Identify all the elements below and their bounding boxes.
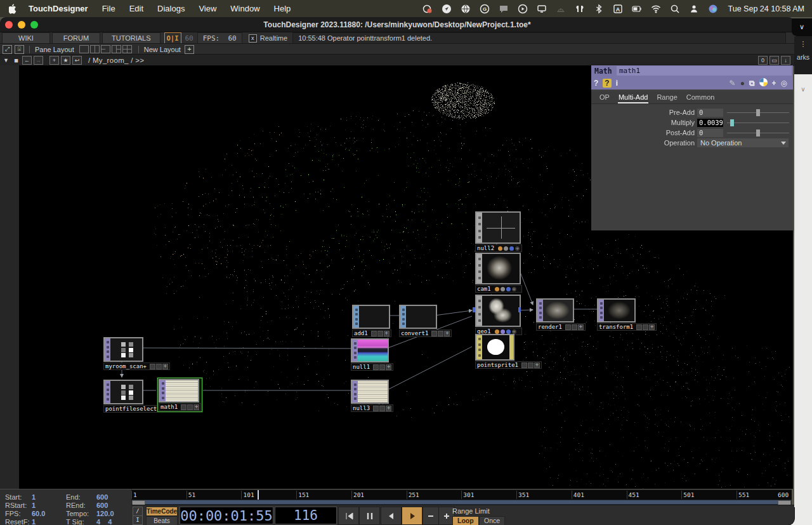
node-label-buttons[interactable]: +	[494, 329, 516, 334]
node-label-buttons[interactable]: +	[370, 331, 390, 336]
node-label-buttons[interactable]: +	[494, 287, 516, 291]
menu-item-window[interactable]: Window	[230, 4, 259, 13]
add-layout-button[interactable]: +	[185, 45, 194, 54]
node-label-null3[interactable]: null3+	[351, 404, 393, 412]
menubar-clock[interactable]: Tue Sep 24 10:58 AM	[728, 4, 804, 13]
param-value-field[interactable]: 0	[697, 109, 723, 117]
g-app-icon[interactable]: G	[480, 4, 490, 14]
loop-button[interactable]: Loop	[452, 516, 479, 525]
field-value[interactable]: 4 4	[96, 518, 112, 525]
info-icon[interactable]: i	[616, 79, 618, 88]
param-value-field[interactable]: 0	[697, 129, 723, 137]
display-icon[interactable]	[537, 4, 547, 14]
node-cam1[interactable]: cam1+	[475, 253, 522, 293]
node-label-buttons[interactable]: +	[565, 324, 584, 330]
beats-mode-button[interactable]: Beats	[146, 516, 178, 525]
node-connector[interactable]	[473, 307, 475, 312]
node-myroom_scan[interactable]: myroom_scan++	[103, 337, 170, 370]
node-geo1[interactable]: geo1+	[475, 295, 522, 335]
toolbar-link-tutorials[interactable]: TUTORIALS	[102, 32, 160, 44]
play-forward-button[interactable]	[402, 507, 422, 525]
comment-edit-icon[interactable]: ✎	[730, 79, 736, 88]
node-label-add1[interactable]: add1+	[352, 329, 391, 337]
node-label-buttons[interactable]: +	[497, 246, 520, 251]
node-label-buttons[interactable]: +	[372, 406, 391, 411]
kebab-menu-icon[interactable]: ⋮	[794, 40, 812, 48]
tab-range[interactable]: Range	[656, 92, 678, 103]
tab-multi-add[interactable]: Multi-Add	[618, 92, 648, 103]
siri-icon[interactable]	[708, 4, 719, 14]
add-bookmark-icon[interactable]: +	[49, 56, 59, 65]
node-label-null1[interactable]: null1+	[351, 363, 393, 371]
spotlight-search-icon[interactable]	[670, 4, 681, 14]
node-convert1[interactable]: convert1+	[399, 305, 452, 337]
screen-record-icon[interactable]	[422, 4, 433, 14]
input-source-icon[interactable]: A	[613, 4, 624, 14]
chat-bubble-icon[interactable]	[499, 4, 509, 14]
maximize-pane-icon[interactable]: ⤢	[3, 45, 12, 54]
timeline-playhead[interactable]	[258, 490, 259, 500]
star-bookmark-icon[interactable]: ★	[61, 56, 70, 65]
menu-app-name[interactable]: TouchDesigner	[29, 4, 88, 13]
layout-preset-4[interactable]	[112, 45, 121, 53]
layout-preset-2[interactable]	[90, 45, 100, 53]
node-null1[interactable]: null1+	[351, 338, 393, 371]
frame-display[interactable]: 116	[275, 507, 337, 524]
param-slider[interactable]	[727, 129, 789, 137]
node-label-pointsprite1[interactable]: pointsprite1+	[475, 361, 542, 369]
integer-button[interactable]: I	[133, 515, 143, 525]
realtime-checkbox[interactable]: x	[249, 34, 257, 43]
navigation-icon[interactable]	[442, 4, 452, 14]
node-label-render1[interactable]: render1+	[536, 323, 586, 331]
menu-item-dialogs[interactable]: Dialogs	[157, 4, 185, 13]
node-label-buttons[interactable]: +	[521, 362, 540, 368]
field-value[interactable]: 600	[96, 502, 108, 509]
once-button[interactable]: Once	[479, 516, 505, 525]
menu-item-view[interactable]: View	[199, 4, 216, 13]
dock-pane-icon[interactable]: ⍗	[15, 45, 24, 54]
timecode-display[interactable]: 00:00:01:55	[180, 507, 273, 524]
apple-menu-icon[interactable]	[9, 4, 17, 14]
field-value[interactable]: 1	[32, 502, 36, 509]
layout-preset-3[interactable]	[101, 45, 110, 53]
decrement-button[interactable]	[422, 507, 439, 525]
counter-button[interactable]: 0	[758, 56, 768, 65]
field-value[interactable]: 600	[96, 493, 108, 501]
forward-icon[interactable]: →	[34, 56, 43, 65]
timecode-mode-button[interactable]: TimeCode	[146, 507, 178, 516]
fps-indicator[interactable]: FPS: 60	[197, 32, 242, 44]
param-slider[interactable]	[727, 119, 789, 127]
field-value[interactable]: 120.0	[96, 510, 114, 517]
network-path[interactable]: / My_room_ / >>	[88, 56, 144, 64]
chevron-down-icon[interactable]: ∨	[799, 23, 804, 30]
slider-handle[interactable]	[756, 130, 760, 136]
globe-icon[interactable]	[461, 4, 471, 14]
node-pointsprite1[interactable]: pointsprite1+	[475, 334, 542, 369]
toolbar-link-forum[interactable]: FORUM	[52, 32, 100, 44]
node-transform1[interactable]: transform1+	[597, 298, 657, 331]
node-label-convert1[interactable]: convert1+	[399, 329, 452, 337]
copy-parameters-icon[interactable]: ⧉	[749, 79, 755, 88]
node-label-buttons[interactable]: +	[431, 331, 450, 336]
node-connector[interactable]	[518, 307, 521, 312]
slider-handle[interactable]	[756, 109, 760, 116]
pause-button[interactable]	[359, 507, 380, 525]
pattern-button[interactable]: /	[133, 507, 143, 516]
keyboard-brightness-icon[interactable]	[556, 4, 566, 14]
field-value[interactable]: 1	[32, 493, 36, 501]
play-circle-icon[interactable]	[518, 4, 528, 14]
timeline-range-bar[interactable]	[131, 500, 792, 505]
layout-preset-5[interactable]	[122, 45, 132, 53]
airpods-icon[interactable]	[575, 4, 586, 14]
pane-stop-icon[interactable]: ■	[12, 56, 20, 64]
midi-oi-indicator[interactable]: O|I	[164, 32, 181, 44]
node-label-math1[interactable]: math1+	[159, 403, 201, 411]
jump-start-button[interactable]	[338, 507, 359, 525]
slider-handle[interactable]	[730, 119, 734, 126]
operator-name-field[interactable]: math1	[617, 66, 792, 76]
toolbar-link-wiki[interactable]: WIKI	[2, 32, 50, 44]
param-value-field[interactable]: 0.0039	[697, 119, 723, 127]
user-switch-icon[interactable]	[689, 4, 700, 14]
node-label-null2[interactable]: null2+	[475, 244, 522, 252]
tab-common[interactable]: Common	[686, 92, 716, 103]
